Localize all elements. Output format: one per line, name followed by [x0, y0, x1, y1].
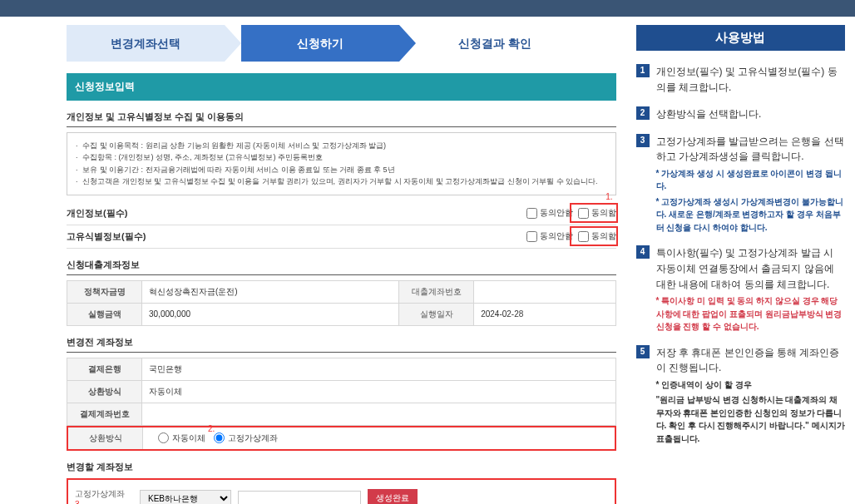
consent-unique-yes[interactable]: 동의함 [578, 230, 616, 242]
consent-personal-yes[interactable]: 동의함 [578, 207, 616, 219]
step-3: 신청결과 확인 [416, 25, 574, 62]
virtual-account-input[interactable] [238, 491, 361, 504]
after-heading: 변경할 계좌정보 [67, 461, 616, 477]
section-header: 신청정보입력 [67, 73, 616, 101]
bank-select[interactable]: KEB하나은행 [140, 490, 231, 504]
consent-unique-label: 고유식별정보(필수) [67, 230, 146, 243]
loan-heading: 신청대출계좌정보 [67, 259, 616, 275]
repay-method-auto[interactable]: 자동이체 [158, 432, 205, 444]
consent-personal-no[interactable]: 동의안함 [526, 207, 573, 219]
repay-method-fixed[interactable]: 고정가상계좌 [214, 432, 278, 444]
side-item-3: 3 고정가상계좌를 발급받으려는 은행을 선택하고 가상계좌생성을 클릭합니다.… [636, 134, 845, 235]
side-item-1: 1 개인정보(필수) 및 고유식별정보(필수) 동의를 체크합니다. [636, 64, 845, 95]
step-1: 변경계좌선택 [67, 25, 225, 62]
main-form: 변경계좌선택 신청하기 신청결과 확인 신청정보입력 개인정보 및 고유식별정보… [67, 25, 616, 504]
consent-infobox: 수집 및 이용목적 : 원리금 상환 기능의 원활한 제공 (자동이체 서비스 … [67, 132, 616, 195]
top-bar [0, 0, 855, 17]
before-heading: 변경전 계좌정보 [67, 336, 616, 353]
repay-method-label: 상환방식 [68, 427, 143, 449]
consent-unique-row: 고유식별정보(필수) 동의안함 동의함 [67, 225, 616, 249]
consent-personal-label: 개인정보(필수) [67, 207, 127, 220]
side-item-5: 5 저장 후 휴대폰 본인인증을 통해 계좌인증이 진행됩니다. * 인증내역이… [636, 345, 845, 446]
side-panel: 사용방법 1 개인정보(필수) 및 고유식별정보(필수) 동의를 체크합니다. … [636, 25, 845, 504]
side-item-2: 2 상환방식을 선택합니다. [636, 106, 845, 122]
step-2: 신청하기 [241, 25, 399, 62]
before-table: 결제은행국민은행 상환방식자동이체 결제계좌번호 [67, 358, 616, 426]
consent-personal-row: 1. 개인정보(필수) 동의안함 동의함 [67, 202, 616, 225]
loan-table: 정책자금명혁신성장촉진자금(운전) 대출계좌번호 실행금액30,000,000 … [67, 280, 616, 326]
repay-method-row: 상환방식 자동이체 고정가상계좌 [67, 426, 616, 451]
generate-button[interactable]: 생성완료 [368, 489, 418, 504]
step-nav: 변경계좌선택 신청하기 신청결과 확인 [67, 25, 616, 62]
consent-unique-no[interactable]: 동의안함 [526, 230, 573, 242]
after-box: 고정가상계좌 3. KEB하나은행 생성완료 특이사항 (변경사유) 4. [67, 478, 616, 504]
side-item-4: 4 특이사항(필수) 및 고정가상계좌 발급 시 자동이체 연결통장에서 출금되… [636, 245, 845, 333]
consent-heading: 개인정보 및 고유식별정보 수집 및 이용동의 [67, 111, 616, 127]
side-title: 사용방법 [636, 25, 845, 51]
fixed-account-row: 고정가상계좌 3. KEB하나은행 생성완료 [75, 485, 608, 504]
